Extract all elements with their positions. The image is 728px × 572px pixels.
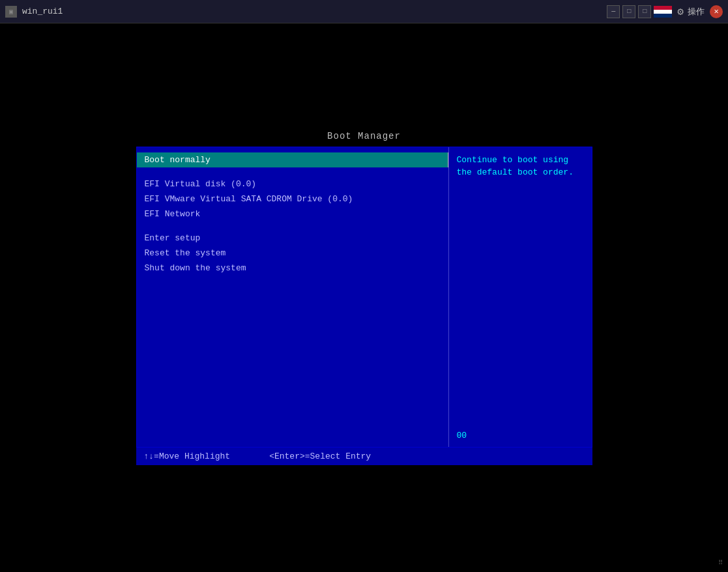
menu-item-efi-virtual-disk[interactable]: EFI Virtual disk (0.0) [137, 177, 448, 192]
boot-panel: Boot normally EFI Virtual disk (0.0) EFI… [136, 147, 592, 448]
window-title: win_rui1 [22, 7, 607, 16]
menu-separator-2 [137, 222, 448, 231]
boot-manager-title: Boot Manager [136, 131, 592, 141]
boot-statusbar: ↑↓=Move Highlight <Enter>=Select Entry [136, 448, 592, 465]
titlebar: ▣ win_rui1 — □ □ ⚙ 操作 ✕ [0, 0, 728, 23]
boot-description-pane: Continue to boot usingthe default boot o… [448, 147, 592, 447]
status-move-highlight: ↑↓=Move Highlight [144, 451, 231, 461]
menu-item-efi-network[interactable]: EFI Network [137, 207, 448, 222]
menu-item-enter-setup[interactable]: Enter setup [137, 231, 448, 246]
close-button[interactable]: ✕ [710, 5, 723, 18]
language-flag[interactable] [654, 6, 672, 18]
boot-manager-container: Boot Manager Boot normally EFI Virtual d… [136, 131, 592, 465]
boot-description-text: Continue to boot usingthe default boot o… [457, 154, 584, 424]
minimize-button[interactable]: — [607, 5, 620, 18]
gear-icon[interactable]: ⚙ [677, 5, 684, 18]
menu-separator-1 [137, 167, 448, 177]
menu-item-efi-vmware-cdrom[interactable]: EFI VMware Virtual SATA CDROM Drive (0.0… [137, 192, 448, 207]
restore-button[interactable]: □ [638, 5, 651, 18]
boot-countdown: 00 [457, 424, 467, 440]
menu-item-reset[interactable]: Reset the system [137, 246, 448, 261]
corner-decoration: ⠿ [718, 559, 723, 567]
status-select-entry: <Enter>=Select Entry [269, 451, 371, 461]
menu-item-boot-normally[interactable]: Boot normally [137, 152, 448, 167]
boot-menu: Boot normally EFI Virtual disk (0.0) EFI… [137, 147, 448, 447]
menu-item-shutdown[interactable]: Shut down the system [137, 261, 448, 276]
app-icon: ▣ [5, 6, 17, 18]
main-content: Boot Manager Boot normally EFI Virtual d… [0, 23, 728, 572]
ops-label[interactable]: 操作 [688, 6, 705, 18]
maximize-button[interactable]: □ [622, 5, 635, 18]
titlebar-controls: — □ □ ⚙ 操作 ✕ [607, 5, 723, 18]
